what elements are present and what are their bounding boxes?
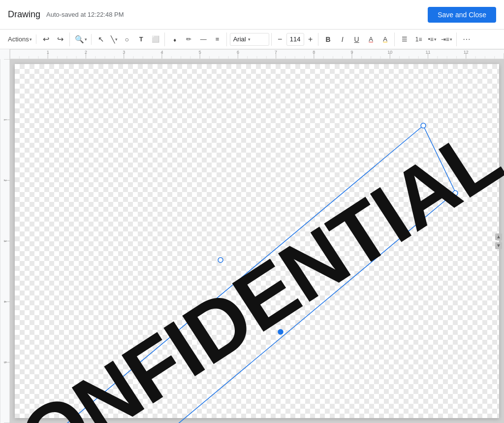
vertical-ruler: 12345	[0, 59, 10, 423]
svg-text:8: 8	[313, 50, 315, 55]
font-size-input[interactable]	[286, 33, 304, 46]
svg-text:2: 2	[85, 50, 87, 55]
color-tools-group: ⬧ ✏ — ≡	[166, 33, 227, 46]
canvas-area[interactable]: CONFIDENTIAL ▲ ▼	[10, 59, 504, 423]
select-tool[interactable]: ↖	[94, 33, 108, 46]
bold-button[interactable]: B	[321, 33, 335, 46]
ruler-corner	[0, 49, 10, 59]
svg-text:4: 4	[3, 300, 7, 303]
app-header: Drawing Auto-saved at 12:22:48 PM Save a…	[0, 0, 504, 30]
zoom-group: 🔍 ▾	[71, 34, 92, 45]
app-title: Drawing	[8, 9, 40, 20]
font-size-decrease[interactable]: −	[275, 34, 285, 45]
font-group: Arial ▾	[228, 33, 272, 46]
undo-redo-group: ↩ ↪	[37, 33, 70, 46]
autosave-status: Auto-saved at 12:22:48 PM	[46, 11, 124, 18]
line-tool[interactable]: ╲ ▾	[109, 34, 120, 44]
canvas-surface	[15, 64, 499, 418]
header-left: Drawing Auto-saved at 12:22:48 PM	[8, 9, 124, 20]
svg-text:3: 3	[3, 240, 7, 242]
svg-text:11: 11	[426, 50, 431, 55]
svg-text:3: 3	[123, 50, 125, 55]
svg-text:5: 5	[199, 50, 201, 55]
more-group: ⋯	[458, 33, 475, 46]
italic-button[interactable]: I	[336, 33, 349, 46]
fill-tool[interactable]: ⬧	[168, 33, 182, 46]
actions-group: Actions ▾	[4, 34, 36, 44]
svg-text:1: 1	[3, 119, 7, 121]
svg-text:2: 2	[3, 179, 7, 182]
horizontal-ruler-container: 123456789101112	[0, 49, 504, 59]
align-button[interactable]: ☰	[398, 33, 411, 46]
font-size-group: − +	[273, 33, 318, 46]
paragraph-group: ☰ 1≡ •≡ ▾ ⇥≡ ▾	[396, 33, 457, 46]
more-options-button[interactable]: ⋯	[460, 33, 473, 46]
font-size-area: − +	[275, 33, 316, 46]
dash-style-tool[interactable]: ≡	[211, 33, 224, 46]
svg-text:4: 4	[160, 50, 163, 55]
font-size-increase[interactable]: +	[305, 34, 316, 45]
svg-text:5: 5	[3, 361, 7, 364]
svg-text:12: 12	[464, 50, 469, 55]
actions-menu[interactable]: Actions ▾	[6, 34, 34, 44]
font-selector[interactable]: Arial ▾	[230, 33, 269, 46]
scroll-down-btn[interactable]: ▼	[495, 242, 502, 249]
main-drawing-area: 12345	[0, 59, 504, 423]
text-format-group: B I U A A	[319, 33, 395, 46]
bullets-button[interactable]: •≡ ▾	[426, 35, 439, 44]
line-style-tool[interactable]: —	[196, 33, 210, 46]
save-close-button[interactable]: Save and Close	[428, 7, 496, 23]
scroll-up-btn[interactable]: ▲	[495, 233, 502, 240]
svg-text:1: 1	[47, 50, 49, 55]
drawing-toolbar: Actions ▾ ↩ ↪ 🔍 ▾ ↖ ╲ ▾ ○ T ⬜ ⬧ ✏ — ≡ Ar…	[0, 30, 504, 49]
svg-text:6: 6	[237, 50, 239, 55]
zoom-selector[interactable]: 🔍 ▾	[73, 34, 89, 45]
indent-button[interactable]: ⇥≡ ▾	[439, 35, 454, 44]
image-tool[interactable]: ⬜	[149, 33, 162, 46]
textbox-tool[interactable]: T	[134, 33, 148, 46]
font-color-button[interactable]: A	[364, 33, 378, 46]
svg-text:10: 10	[387, 50, 392, 55]
redo-button[interactable]: ↪	[54, 33, 67, 46]
numbered-list-button[interactable]: 1≡	[412, 33, 426, 46]
underline-button[interactable]: U	[350, 33, 364, 46]
svg-text:9: 9	[351, 50, 353, 55]
ruler-h-svg: 123456789101112	[10, 49, 504, 59]
highlight-button[interactable]: A	[378, 33, 392, 46]
undo-button[interactable]: ↩	[39, 33, 53, 46]
pencil-tool[interactable]: ✏	[182, 33, 196, 46]
horizontal-ruler: 123456789101112	[10, 49, 504, 59]
scroll-hint: ▲ ▼	[495, 233, 502, 249]
draw-tools-group: ↖ ╲ ▾ ○ T ⬜	[93, 33, 165, 46]
shapes-tool[interactable]: ○	[120, 33, 134, 46]
ruler-v-svg: 12345	[0, 59, 10, 423]
svg-text:7: 7	[275, 50, 277, 55]
